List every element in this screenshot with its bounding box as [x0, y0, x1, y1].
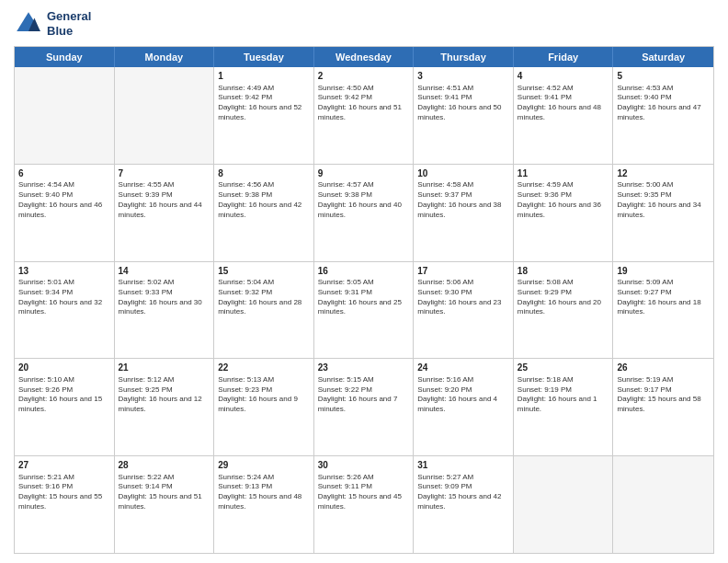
day-info: Sunrise: 4:53 AMSunset: 9:40 PMDaylight:… [617, 84, 710, 123]
calendar: SundayMondayTuesdayWednesdayThursdayFrid… [14, 46, 714, 554]
day-info: Sunrise: 4:52 AMSunset: 9:41 PMDaylight:… [518, 84, 609, 123]
day-number: 23 [318, 362, 410, 374]
day-number: 5 [617, 70, 710, 83]
day-info: Sunrise: 5:08 AMSunset: 9:29 PMDaylight:… [518, 278, 609, 317]
day-info: Sunrise: 5:05 AMSunset: 9:31 PMDaylight:… [318, 278, 410, 317]
day-info: Sunrise: 5:22 AMSunset: 9:14 PMDaylight:… [119, 473, 210, 512]
day-cell-11: 11Sunrise: 4:59 AMSunset: 9:36 PMDayligh… [514, 165, 614, 261]
day-info: Sunrise: 5:12 AMSunset: 9:25 PMDaylight:… [119, 375, 210, 415]
day-cell-21: 21Sunrise: 5:12 AMSunset: 9:25 PMDayligh… [115, 359, 215, 455]
day-number: 17 [417, 265, 509, 278]
day-number: 19 [617, 265, 710, 278]
day-info: Sunrise: 4:50 AMSunset: 9:42 PMDaylight:… [318, 84, 410, 123]
header-day-sunday: Sunday [15, 47, 115, 67]
day-number: 9 [318, 167, 410, 180]
day-cell-27: 27Sunrise: 5:21 AMSunset: 9:16 PMDayligh… [15, 456, 115, 553]
day-info: Sunrise: 5:10 AMSunset: 9:26 PMDaylight:… [18, 375, 110, 415]
header-day-thursday: Thursday [414, 47, 514, 67]
day-cell-4: 4Sunrise: 4:52 AMSunset: 9:41 PMDaylight… [514, 67, 614, 164]
day-number: 10 [417, 167, 509, 180]
day-number: 1 [218, 70, 310, 83]
day-number: 31 [417, 459, 509, 472]
day-cell-26: 26Sunrise: 5:19 AMSunset: 9:17 PMDayligh… [613, 359, 713, 455]
logo-text: General Blue [47, 9, 91, 38]
empty-cell [514, 456, 614, 553]
day-cell-18: 18Sunrise: 5:08 AMSunset: 9:29 PMDayligh… [514, 262, 614, 359]
empty-cell [115, 67, 215, 164]
day-info: Sunrise: 4:49 AMSunset: 9:42 PMDaylight:… [218, 84, 310, 123]
day-info: Sunrise: 4:58 AMSunset: 9:37 PMDaylight:… [417, 180, 509, 220]
day-cell-29: 29Sunrise: 5:24 AMSunset: 9:13 PMDayligh… [214, 456, 314, 553]
day-cell-19: 19Sunrise: 5:09 AMSunset: 9:27 PMDayligh… [613, 262, 713, 359]
day-number: 14 [119, 265, 210, 278]
day-info: Sunrise: 4:51 AMSunset: 9:41 PMDaylight:… [417, 84, 509, 123]
day-cell-8: 8Sunrise: 4:56 AMSunset: 9:38 PMDaylight… [214, 165, 314, 261]
day-cell-24: 24Sunrise: 5:16 AMSunset: 9:20 PMDayligh… [414, 359, 514, 455]
day-info: Sunrise: 5:06 AMSunset: 9:30 PMDaylight:… [417, 278, 509, 317]
header-day-friday: Friday [514, 47, 614, 67]
day-cell-3: 3Sunrise: 4:51 AMSunset: 9:41 PMDaylight… [414, 67, 514, 164]
day-cell-31: 31Sunrise: 5:27 AMSunset: 9:09 PMDayligh… [414, 456, 514, 553]
day-cell-13: 13Sunrise: 5:01 AMSunset: 9:34 PMDayligh… [15, 262, 115, 359]
day-number: 3 [417, 70, 509, 83]
calendar-week-4: 20Sunrise: 5:10 AMSunset: 9:26 PMDayligh… [15, 358, 713, 455]
day-number: 7 [119, 167, 210, 180]
day-number: 21 [119, 362, 210, 374]
calendar-header: SundayMondayTuesdayWednesdayThursdayFrid… [15, 47, 713, 67]
page: General Blue SundayMondayTuesdayWednesda… [0, 0, 728, 563]
day-info: Sunrise: 5:27 AMSunset: 9:09 PMDaylight:… [417, 473, 509, 512]
calendar-week-1: 1Sunrise: 4:49 AMSunset: 9:42 PMDaylight… [15, 67, 713, 164]
day-info: Sunrise: 5:15 AMSunset: 9:22 PMDaylight:… [318, 375, 410, 415]
day-info: Sunrise: 5:16 AMSunset: 9:20 PMDaylight:… [417, 375, 509, 415]
day-cell-12: 12Sunrise: 5:00 AMSunset: 9:35 PMDayligh… [613, 165, 713, 261]
day-cell-6: 6Sunrise: 4:54 AMSunset: 9:40 PMDaylight… [15, 165, 115, 261]
day-number: 2 [318, 70, 410, 83]
day-number: 4 [518, 70, 609, 83]
day-number: 24 [417, 362, 509, 374]
day-cell-15: 15Sunrise: 5:04 AMSunset: 9:32 PMDayligh… [214, 262, 314, 359]
header-day-wednesday: Wednesday [314, 47, 415, 67]
day-cell-2: 2Sunrise: 4:50 AMSunset: 9:42 PMDaylight… [314, 67, 415, 164]
calendar-body: 1Sunrise: 4:49 AMSunset: 9:42 PMDaylight… [15, 67, 713, 553]
day-info: Sunrise: 5:09 AMSunset: 9:27 PMDaylight:… [617, 278, 710, 317]
day-cell-9: 9Sunrise: 4:57 AMSunset: 9:38 PMDaylight… [314, 165, 415, 261]
day-info: Sunrise: 5:04 AMSunset: 9:32 PMDaylight:… [218, 278, 310, 317]
logo-icon [14, 9, 43, 39]
day-cell-30: 30Sunrise: 5:26 AMSunset: 9:11 PMDayligh… [314, 456, 415, 553]
day-info: Sunrise: 5:02 AMSunset: 9:33 PMDaylight:… [119, 278, 210, 317]
calendar-week-3: 13Sunrise: 5:01 AMSunset: 9:34 PMDayligh… [15, 261, 713, 359]
day-number: 28 [119, 459, 210, 472]
day-info: Sunrise: 5:26 AMSunset: 9:11 PMDaylight:… [318, 473, 410, 512]
day-info: Sunrise: 4:57 AMSunset: 9:38 PMDaylight:… [318, 180, 410, 220]
day-number: 12 [617, 167, 710, 180]
day-info: Sunrise: 5:21 AMSunset: 9:16 PMDaylight:… [18, 473, 110, 512]
day-cell-22: 22Sunrise: 5:13 AMSunset: 9:23 PMDayligh… [214, 359, 314, 455]
day-cell-17: 17Sunrise: 5:06 AMSunset: 9:30 PMDayligh… [414, 262, 514, 359]
day-info: Sunrise: 4:54 AMSunset: 9:40 PMDaylight:… [18, 180, 110, 220]
header-day-monday: Monday [115, 47, 215, 67]
day-number: 22 [218, 362, 310, 374]
header-day-tuesday: Tuesday [214, 47, 314, 67]
day-cell-7: 7Sunrise: 4:55 AMSunset: 9:39 PMDaylight… [115, 165, 215, 261]
day-number: 16 [318, 265, 410, 278]
day-info: Sunrise: 5:13 AMSunset: 9:23 PMDaylight:… [218, 375, 310, 415]
day-number: 13 [18, 265, 110, 278]
day-cell-14: 14Sunrise: 5:02 AMSunset: 9:33 PMDayligh… [115, 262, 215, 359]
day-cell-28: 28Sunrise: 5:22 AMSunset: 9:14 PMDayligh… [115, 456, 215, 553]
empty-cell [613, 456, 713, 553]
day-cell-25: 25Sunrise: 5:18 AMSunset: 9:19 PMDayligh… [514, 359, 614, 455]
day-number: 6 [18, 167, 110, 180]
header-day-saturday: Saturday [613, 47, 713, 67]
logo: General Blue [14, 9, 91, 39]
day-info: Sunrise: 4:55 AMSunset: 9:39 PMDaylight:… [119, 180, 210, 220]
day-info: Sunrise: 5:18 AMSunset: 9:19 PMDaylight:… [518, 375, 609, 415]
day-number: 18 [518, 265, 609, 278]
day-number: 29 [218, 459, 310, 472]
day-cell-23: 23Sunrise: 5:15 AMSunset: 9:22 PMDayligh… [314, 359, 415, 455]
day-cell-1: 1Sunrise: 4:49 AMSunset: 9:42 PMDaylight… [214, 67, 314, 164]
day-number: 27 [18, 459, 110, 472]
day-number: 20 [18, 362, 110, 374]
day-number: 26 [617, 362, 710, 374]
calendar-week-5: 27Sunrise: 5:21 AMSunset: 9:16 PMDayligh… [15, 455, 713, 553]
day-number: 8 [218, 167, 310, 180]
